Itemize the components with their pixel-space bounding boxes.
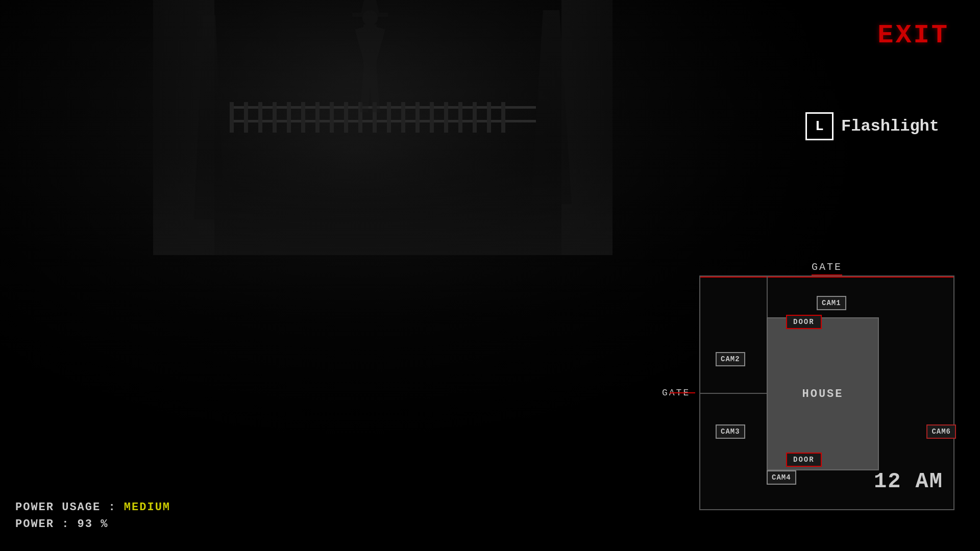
flashlight-label: Flashlight — [841, 117, 939, 136]
figure-head — [362, 10, 378, 26]
fence-post — [401, 102, 405, 133]
door-bottom-badge[interactable]: DOOR — [786, 453, 822, 467]
camera-2-badge[interactable]: CAM2 — [716, 352, 745, 366]
gate-label-top: GATE — [812, 261, 842, 273]
gate-label-left: GATE — [662, 388, 690, 398]
fence-post — [287, 102, 291, 133]
map-container: GATE GATE HOUSE CAM1 CAM2 CAM3 CAM4 CAM6… — [699, 276, 954, 510]
power-usage-row: POWER USAGE : MEDIUM — [15, 501, 170, 514]
flashlight-indicator: L Flashlight — [805, 112, 939, 140]
exit-button[interactable]: EXIT — [877, 20, 949, 51]
map-divider — [700, 393, 767, 394]
house-block: HOUSE — [767, 317, 879, 470]
camera-3-badge[interactable]: CAM3 — [716, 424, 745, 439]
time-display: 12 AM — [874, 469, 943, 494]
fence-post — [244, 102, 248, 133]
scene-container — [153, 0, 612, 255]
fence-post — [444, 102, 448, 133]
camera-6-badge[interactable]: CAM6 — [926, 424, 956, 439]
fence-post — [430, 102, 434, 133]
power-usage-value: MEDIUM — [124, 501, 170, 514]
fence-post — [458, 102, 462, 133]
fence-post — [473, 102, 477, 133]
fence-post — [258, 102, 262, 133]
fence-post — [415, 102, 420, 133]
camera-4-badge[interactable]: CAM4 — [767, 470, 796, 485]
power-info: POWER USAGE : MEDIUM POWER : 93 % — [15, 501, 170, 531]
flashlight-key-box: L — [805, 112, 834, 140]
power-percent-row: POWER : 93 % — [15, 518, 170, 531]
door-top-badge[interactable]: DOOR — [786, 315, 822, 329]
fence-post — [301, 102, 305, 133]
fence-post — [315, 102, 320, 133]
fence-post — [273, 102, 277, 133]
scary-figure — [352, 10, 388, 112]
camera-1-badge[interactable]: CAM1 — [817, 296, 846, 310]
figure-legs — [360, 64, 380, 112]
fence-post — [344, 102, 348, 133]
fence-post — [487, 102, 491, 133]
flashlight-key: L — [815, 118, 824, 134]
fence-post — [330, 102, 334, 133]
house-label: HOUSE — [802, 388, 843, 400]
figure-body — [363, 24, 377, 65]
ground-fog — [153, 153, 612, 255]
fence-post — [230, 102, 234, 133]
power-usage-label: POWER USAGE : — [15, 501, 116, 514]
fence-post — [501, 102, 505, 133]
